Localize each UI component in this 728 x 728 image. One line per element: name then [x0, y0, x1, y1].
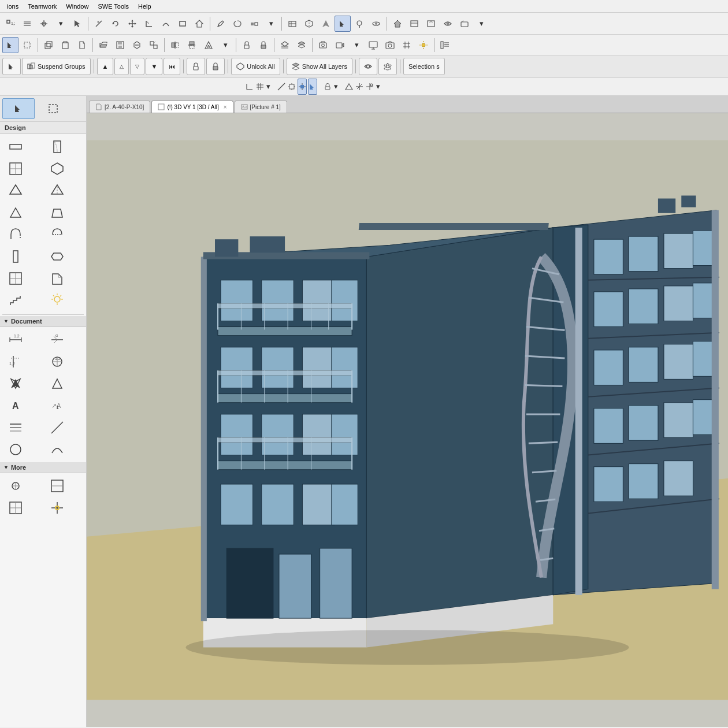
- window-tool[interactable]: [2, 158, 29, 179]
- dim4-tool[interactable]: 1.2: [44, 351, 70, 372]
- document-section-header[interactable]: ▼ Document: [0, 316, 86, 327]
- orbit-btn[interactable]: [368, 16, 384, 32]
- label-tool[interactable]: ↗A1: [44, 395, 70, 416]
- lock-drop-btn[interactable]: ▾: [333, 79, 339, 95]
- snap2-btn[interactable]: [287, 79, 296, 95]
- tab-picture[interactable]: [Picture # 1]: [235, 101, 287, 113]
- photo-btn[interactable]: [382, 37, 398, 53]
- slab-tool[interactable]: [44, 158, 70, 179]
- grid-btn[interactable]: [19, 16, 35, 32]
- selection-label-btn[interactable]: Selection s: [403, 58, 445, 75]
- pointer-btn[interactable]: [308, 79, 317, 95]
- move-btn[interactable]: [124, 16, 140, 32]
- shape-a-tool[interactable]: [2, 202, 29, 223]
- crosshair-drop-btn[interactable]: ▾: [53, 16, 69, 32]
- rect-select-btn[interactable]: [19, 37, 35, 53]
- sym-drop-btn[interactable]: ▾: [217, 37, 233, 53]
- text-tool[interactable]: A: [2, 395, 29, 416]
- show-all-layers-btn[interactable]: Show All Layers: [287, 58, 352, 75]
- circle-tool[interactable]: [2, 224, 29, 245]
- nav-btn[interactable]: [318, 16, 334, 32]
- grid2-btn[interactable]: [399, 37, 415, 53]
- lock2-btn[interactable]: [255, 37, 272, 53]
- rect-select-tool-btn[interactable]: [37, 98, 69, 119]
- viewport-canvas[interactable]: [87, 113, 728, 727]
- triangle-tool[interactable]: [44, 373, 70, 394]
- cam2-btn[interactable]: [315, 37, 331, 53]
- roof-a-tool[interactable]: [2, 180, 29, 201]
- select-btn[interactable]: [335, 16, 351, 32]
- select-tool-btn[interactable]: [2, 98, 35, 119]
- screen-btn[interactable]: [365, 37, 381, 53]
- settings-btn[interactable]: [129, 37, 145, 53]
- copy-btn[interactable]: [40, 37, 57, 53]
- hatch-tool[interactable]: [2, 417, 29, 438]
- save-btn[interactable]: [112, 37, 128, 53]
- file-btn[interactable]: [74, 37, 90, 53]
- panel-toggle-btn[interactable]: [437, 37, 453, 53]
- lasso-btn[interactable]: [229, 16, 246, 32]
- selection-arrow-btn[interactable]: [2, 58, 21, 75]
- unlock-all-btn[interactable]: Unlock All: [231, 58, 280, 75]
- more-tool-1[interactable]: [2, 476, 29, 496]
- more-tool-4[interactable]: [44, 497, 70, 518]
- menu-teamwork[interactable]: Teamwork: [23, 2, 61, 11]
- light-tool[interactable]: [44, 290, 70, 311]
- eye-btn[interactable]: [359, 58, 377, 75]
- section-btn[interactable]: [423, 16, 439, 32]
- magic-btn[interactable]: [91, 16, 107, 32]
- dim3-tool[interactable]: 1,2: [2, 351, 29, 372]
- pen-btn[interactable]: [213, 16, 229, 32]
- view-btn[interactable]: [440, 16, 456, 32]
- tab-3d[interactable]: (!) 3D VY 1 [3D / All] ×: [151, 101, 233, 113]
- mirror-btn[interactable]: [167, 37, 183, 53]
- lock3-btn[interactable]: [187, 58, 205, 75]
- cam-drop2-btn[interactable]: ▾: [348, 37, 365, 53]
- up-btn[interactable]: △: [114, 58, 129, 75]
- menu-ions[interactable]: ions: [2, 2, 23, 11]
- up-full-btn[interactable]: ▲: [97, 58, 114, 75]
- rect-btn[interactable]: [174, 16, 191, 32]
- stair-tool[interactable]: [2, 290, 29, 311]
- suspend-groups-btn[interactable]: Suspend Groups: [22, 58, 91, 75]
- layers2-btn[interactable]: [294, 37, 310, 53]
- 3d-btn[interactable]: [301, 16, 317, 32]
- lock4-btn[interactable]: [206, 58, 225, 75]
- transform-btn[interactable]: [146, 37, 162, 53]
- house-btn[interactable]: [191, 16, 207, 32]
- select2-btn[interactable]: [2, 37, 18, 53]
- prev-btn[interactable]: ⏮: [164, 58, 180, 75]
- tab-drawing[interactable]: [2. A-40-P-X10]: [89, 101, 150, 113]
- grid3-btn[interactable]: [255, 79, 265, 95]
- cam-drop-btn[interactable]: ▾: [473, 16, 489, 32]
- crosshair-btn[interactable]: [36, 16, 52, 32]
- axis-btn[interactable]: [245, 79, 254, 95]
- more-tool-3[interactable]: [2, 497, 29, 518]
- down-full-btn[interactable]: ▼: [146, 58, 162, 75]
- circle2-tool[interactable]: [2, 439, 29, 460]
- down-btn[interactable]: ▽: [130, 58, 144, 75]
- column-tool[interactable]: [2, 246, 29, 267]
- menu-swetools[interactable]: SWE Tools: [93, 2, 133, 11]
- arc-btn[interactable]: [158, 16, 174, 32]
- cam3-btn[interactable]: [332, 37, 348, 53]
- dot-btn[interactable]: [365, 79, 374, 95]
- flip-btn[interactable]: [184, 37, 200, 53]
- marker-btn[interactable]: [351, 16, 367, 32]
- more-section-header[interactable]: ▼ More: [0, 462, 86, 473]
- place-btn[interactable]: [284, 16, 300, 32]
- beam-tool[interactable]: [44, 246, 70, 267]
- triangle-btn[interactable]: [344, 79, 354, 95]
- gear-btn[interactable]: [378, 58, 397, 75]
- corner-btn[interactable]: [141, 16, 157, 32]
- component-drop-btn[interactable]: ▾: [263, 16, 279, 32]
- door-tool[interactable]: [44, 136, 70, 157]
- sun-btn[interactable]: [415, 37, 432, 53]
- roof-b-tool[interactable]: [44, 180, 70, 201]
- menu-window[interactable]: Window: [61, 2, 93, 11]
- grid-tool[interactable]: [2, 268, 29, 289]
- crosshair2-btn[interactable]: [355, 79, 364, 95]
- line-tool[interactable]: [44, 417, 70, 438]
- menu-help[interactable]: Help: [133, 2, 156, 11]
- wall-tool[interactable]: [2, 136, 29, 157]
